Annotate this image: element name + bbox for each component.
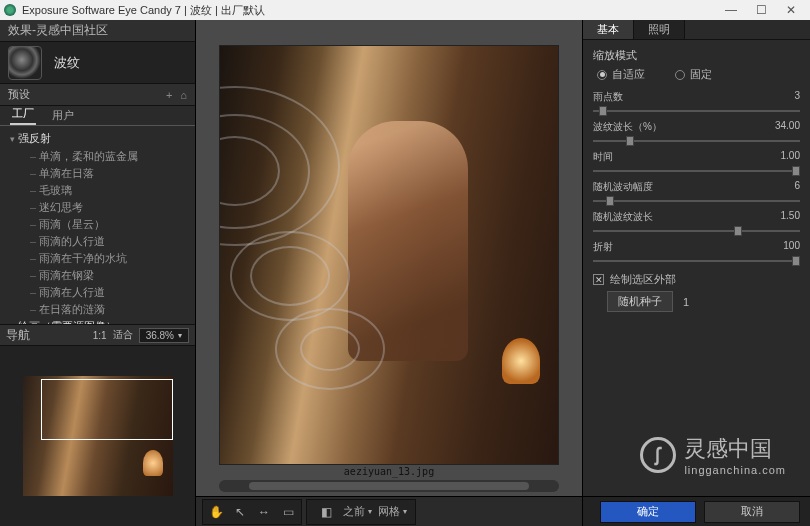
- preset-header: 预设 + ⌂: [0, 84, 195, 106]
- slider-knob[interactable]: [734, 226, 742, 236]
- right-panel: 基本 照明 缩放模式 自适应 固定 雨点数3 波纹波长（%）34.00 时间1.…: [582, 20, 810, 526]
- nav-zoom-select[interactable]: 36.8% ▾: [139, 328, 189, 343]
- slider-track[interactable]: [593, 226, 800, 236]
- current-effect: 波纹: [0, 42, 195, 84]
- scale-mode-label: 缩放模式: [593, 48, 800, 63]
- radio-auto[interactable]: 自适应: [597, 67, 645, 82]
- nav-fit[interactable]: 适合: [113, 328, 133, 342]
- window-title: Exposure Software Eye Candy 7 | 波纹 | 出厂默…: [22, 3, 265, 18]
- preset-item[interactable]: 雨滴在钢梁: [10, 267, 193, 284]
- slider-track[interactable]: [593, 106, 800, 116]
- right-tabs: 基本 照明: [583, 20, 810, 40]
- preset-item[interactable]: 单滴，柔和的蓝金属: [10, 148, 193, 165]
- slider-label: 随机波动幅度: [593, 180, 653, 194]
- preview-toggle-icon[interactable]: ◧: [315, 502, 337, 522]
- random-seed-button[interactable]: 随机种子: [607, 291, 673, 312]
- before-button[interactable]: 之前▾: [343, 502, 372, 522]
- slider-时间: 时间1.00: [593, 150, 800, 176]
- slider-折射: 折射100: [593, 240, 800, 266]
- nav-label: 导航: [6, 327, 87, 344]
- preset-group[interactable]: 强反射: [10, 130, 193, 148]
- slider-雨点数: 雨点数3: [593, 90, 800, 116]
- preset-item[interactable]: 迷幻思考: [10, 199, 193, 216]
- pointer-tool-icon[interactable]: ↖: [229, 502, 251, 522]
- radio-dot-icon: [597, 70, 607, 80]
- nav-viewport-frame[interactable]: [41, 379, 173, 440]
- tab-basic[interactable]: 基本: [583, 20, 634, 39]
- slider-value: 3: [794, 90, 800, 104]
- slider-knob[interactable]: [599, 106, 607, 116]
- tab-factory[interactable]: 工厂: [10, 104, 36, 125]
- filename-label: aeziyuan_13.jpg: [344, 465, 434, 480]
- preset-tree[interactable]: 强反射单滴，柔和的蓝金属单滴在日落毛玻璃迷幻思考雨滴（星云）雨滴的人行道雨滴在干…: [0, 126, 195, 324]
- slider-label: 波纹波长（%）: [593, 120, 662, 134]
- slider-value: 1.50: [781, 210, 800, 224]
- preset-item[interactable]: 单滴在日落: [10, 165, 193, 182]
- center-panel: aeziyuan_13.jpg ✋ ↖ ↔ ▭ ◧ 之前▾ 网格▾: [196, 20, 582, 526]
- slider-knob[interactable]: [792, 166, 800, 176]
- slider-label: 雨点数: [593, 90, 623, 104]
- cancel-button[interactable]: 取消: [704, 501, 800, 523]
- minimize-button[interactable]: —: [716, 3, 746, 17]
- preset-label: 预设: [8, 87, 30, 102]
- dialog-footer: 确定 取消: [583, 496, 810, 526]
- effect-name: 波纹: [54, 54, 80, 72]
- slider-value: 100: [783, 240, 800, 254]
- slider-track[interactable]: [593, 196, 800, 206]
- radio-fixed[interactable]: 固定: [675, 67, 712, 82]
- slider-波纹波长（%）: 波纹波长（%）34.00: [593, 120, 800, 146]
- ok-button[interactable]: 确定: [600, 501, 696, 523]
- slider-knob[interactable]: [626, 136, 634, 146]
- hand-tool-icon[interactable]: ✋: [205, 502, 227, 522]
- nav-ratio[interactable]: 1:1: [93, 330, 107, 341]
- preset-item[interactable]: 雨滴（星云）: [10, 216, 193, 233]
- left-panel: 效果-灵感中国社区 波纹 预设 + ⌂ 工厂 用户 强反射单滴，柔和的蓝金属单滴…: [0, 20, 196, 526]
- slider-随机波动幅度: 随机波动幅度6: [593, 180, 800, 206]
- preset-item[interactable]: 雨滴在人行道: [10, 284, 193, 301]
- slider-value: 1.00: [781, 150, 800, 164]
- preset-item[interactable]: 毛玻璃: [10, 182, 193, 199]
- preset-item[interactable]: 雨滴的人行道: [10, 233, 193, 250]
- move-tool-icon[interactable]: ↔: [253, 502, 275, 522]
- draw-outside-checkbox[interactable]: ✕ 绘制选区外部: [593, 272, 800, 287]
- slider-label: 折射: [593, 240, 613, 254]
- tab-user[interactable]: 用户: [50, 106, 76, 125]
- nav-thumbnail: [23, 376, 173, 496]
- close-button[interactable]: ✕: [776, 3, 806, 17]
- slider-label: 时间: [593, 150, 613, 164]
- slider-track[interactable]: [593, 256, 800, 266]
- seed-value: 1: [683, 296, 689, 308]
- nav-preview[interactable]: [0, 346, 195, 526]
- slider-knob[interactable]: [792, 256, 800, 266]
- slider-knob[interactable]: [606, 196, 614, 206]
- app-logo-icon: [4, 4, 16, 16]
- maximize-button[interactable]: ☐: [746, 3, 776, 17]
- checkbox-icon: ✕: [593, 274, 604, 285]
- tab-lighting[interactable]: 照明: [634, 20, 685, 39]
- preset-item[interactable]: 在日落的涟漪: [10, 301, 193, 318]
- nav-zoom-value: 36.8%: [146, 330, 174, 341]
- slider-label: 随机波纹波长: [593, 210, 653, 224]
- home-preset-icon[interactable]: ⌂: [180, 89, 187, 101]
- slider-track[interactable]: [593, 166, 800, 176]
- radio-dot-icon: [675, 70, 685, 80]
- preset-tabs: 工厂 用户: [0, 106, 195, 126]
- nav-header: 导航 1:1 适合 36.8% ▾: [0, 324, 195, 346]
- slider-value: 34.00: [775, 120, 800, 134]
- effects-header: 效果-灵感中国社区: [0, 20, 195, 42]
- titlebar: Exposure Software Eye Candy 7 | 波纹 | 出厂默…: [0, 0, 810, 20]
- chevron-down-icon: ▾: [178, 331, 182, 340]
- slider-track[interactable]: [593, 136, 800, 146]
- add-preset-icon[interactable]: +: [166, 89, 172, 101]
- select-tool-icon[interactable]: ▭: [277, 502, 299, 522]
- canvas-hscrollbar[interactable]: [219, 480, 559, 492]
- grid-button[interactable]: 网格▾: [378, 502, 407, 522]
- slider-value: 6: [794, 180, 800, 194]
- preset-item[interactable]: 雨滴在干净的水坑: [10, 250, 193, 267]
- canvas-toolbar: ✋ ↖ ↔ ▭ ◧ 之前▾ 网格▾: [196, 496, 582, 526]
- slider-随机波纹波长: 随机波纹波长1.50: [593, 210, 800, 236]
- preview-canvas[interactable]: [219, 45, 559, 465]
- effect-thumb-icon: [8, 46, 42, 80]
